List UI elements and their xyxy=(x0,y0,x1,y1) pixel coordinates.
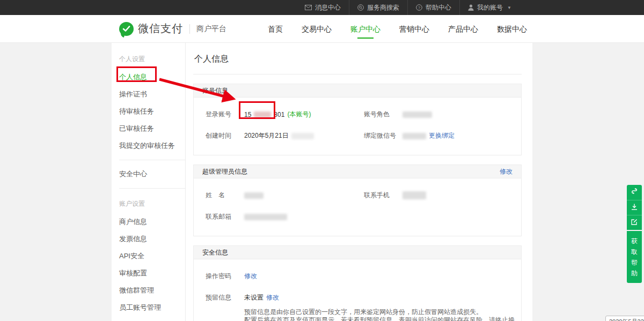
redacted-phone xyxy=(402,191,426,199)
help-icon: ? xyxy=(416,4,422,11)
sidebar-item-operation-certificate[interactable]: 操作证书 xyxy=(112,86,185,103)
topbar-item-label: 我的账号 xyxy=(477,3,503,12)
login-account-label: 登录账号 xyxy=(206,110,244,119)
sidebar-item-invoice-info[interactable]: 发票信息 xyxy=(112,230,185,248)
name-label: 姓 名 xyxy=(206,191,244,200)
site-header: 微信支付 商户平台 首页 交易中心 账户中心 营销中心 产品中心 数据中心 xyxy=(0,15,644,43)
sidebar-item-staff-account-management[interactable]: 员工账号管理 xyxy=(112,299,185,316)
brand-divider xyxy=(189,24,190,34)
get-help-button[interactable]: 获取帮助 xyxy=(627,231,642,283)
sidebar-item-merchant-info[interactable]: 商户信息 xyxy=(112,213,185,230)
redacted-name xyxy=(244,192,264,199)
redacted-account-role xyxy=(402,111,432,118)
note-line: 配置后将在首页及充值页面显示。若未看到预留信息，表明当前访问的网站存在风险，请终… xyxy=(244,316,521,321)
sidebar-item-security-center[interactable]: 安全中心 xyxy=(112,166,185,183)
contact-email-label: 联系邮箱 xyxy=(206,212,244,221)
feedback-button[interactable] xyxy=(627,215,642,230)
topbar-item-label: 帮助中心 xyxy=(426,3,451,12)
account-info-section: 账号信息 登录账号 15301 (本账号) 账号角色 xyxy=(193,84,522,155)
portal-name: 商户平台 xyxy=(196,24,226,34)
search-icon xyxy=(357,4,364,11)
user-icon xyxy=(468,4,474,11)
page-title: 个人信息 xyxy=(193,50,522,74)
redacted-login-middle xyxy=(254,111,271,118)
sidebar-item-pending-review-tasks[interactable]: 待审核任务 xyxy=(112,103,185,120)
main-content: 个人信息 账号信息 登录账号 15301 (本账号) 账号角色 xyxy=(186,43,532,321)
operation-password-label: 操作密码 xyxy=(206,272,244,281)
nav-marketing-center[interactable]: 营销中心 xyxy=(399,15,429,42)
service-shortcut-button[interactable] xyxy=(627,185,642,200)
sidebar-divider xyxy=(119,160,185,160)
create-time-value: 2020年5月21日 xyxy=(244,131,314,140)
nav-transaction-center[interactable]: 交易中心 xyxy=(302,15,332,42)
edit-password-link[interactable]: 修改 xyxy=(244,272,257,281)
message-center-menu[interactable]: 消息中心 xyxy=(297,0,349,15)
security-info-section-title: 安全信息 xyxy=(202,248,228,257)
sidebar-item-face-smart-device[interactable]: 刷脸智能设备 xyxy=(112,316,185,321)
account-info-section-title: 账号信息 xyxy=(202,86,228,95)
current-account-note: (本账号) xyxy=(287,110,311,119)
download-button[interactable] xyxy=(627,200,642,215)
nav-account-center[interactable]: 账户中心 xyxy=(350,15,380,42)
sidebar-item-reviewed-tasks[interactable]: 已审核任务 xyxy=(112,120,185,137)
sidebar-divider xyxy=(119,188,185,189)
sidebar-item-personal-info[interactable]: 个人信息 xyxy=(112,69,185,86)
bound-wechat-label: 绑定微信号 xyxy=(364,131,402,140)
nav-home[interactable]: 首页 xyxy=(268,15,283,42)
chevron-down-icon: ▼ xyxy=(507,5,511,10)
account-role-label: 账号角色 xyxy=(364,110,402,119)
date-tooltip: 2020年5月22日 xyxy=(605,316,644,321)
my-account-menu[interactable]: 我的账号 ▼ xyxy=(459,0,519,15)
edit-admin-link[interactable]: 修改 xyxy=(500,167,513,176)
sidebar-group-account-settings: 账户设置 xyxy=(112,194,185,213)
create-time-label: 创建时间 xyxy=(206,131,244,140)
sidebar-group-personal-settings: 个人设置 xyxy=(112,49,185,69)
brand-name: 微信支付 xyxy=(138,21,183,36)
wechat-pay-logo-icon xyxy=(119,22,134,36)
redacted-email xyxy=(244,214,287,220)
reserve-info-value: 未设置 xyxy=(244,293,264,302)
download-icon xyxy=(631,203,638,213)
edit-reserve-info-link[interactable]: 修改 xyxy=(266,293,279,302)
brand[interactable]: 微信支付 商户平台 xyxy=(112,21,226,36)
sidebar-item-wechat-group-management[interactable]: 微信群管理 xyxy=(112,282,185,299)
redacted-create-time xyxy=(291,133,314,139)
help-center-menu[interactable]: ? 帮助中心 xyxy=(407,0,459,15)
floating-toolbar: 获取帮助 xyxy=(627,185,642,283)
super-admin-section-title: 超级管理员信息 xyxy=(202,167,247,176)
reserve-info-notes: 预留信息是由你自己设置的一段文字，用来鉴定网站身份，防止假冒网站造成损失。 配置… xyxy=(244,308,521,321)
nav-product-center[interactable]: 产品中心 xyxy=(448,15,478,42)
sidebar: 个人设置 个人信息 操作证书 待审核任务 已审核任务 我提交的审核任务 安全中心… xyxy=(112,43,186,321)
top-utility-bar: 消息中心 服务商搜索 ? 帮助中心 我的账号 ▼ xyxy=(0,0,644,15)
topbar-item-label: 消息中心 xyxy=(315,3,341,12)
service-provider-search-menu[interactable]: 服务商搜索 xyxy=(349,0,407,15)
redacted-wechat-id xyxy=(402,133,426,139)
sidebar-item-api-security[interactable]: API安全 xyxy=(112,248,185,265)
svg-text:?: ? xyxy=(418,5,421,10)
security-info-section: 安全信息 操作密码 修改 预留信息 未设置 修改 xyxy=(193,245,522,321)
link-icon xyxy=(631,188,638,197)
contact-phone-label: 联系手机 xyxy=(364,191,402,200)
super-admin-section: 超级管理员信息 修改 姓 名 联系手机 联系邮箱 xyxy=(193,165,522,236)
note-line: 预留信息是由你自己设置的一段文字，用来鉴定网站身份，防止假冒网站造成损失。 xyxy=(244,308,521,316)
sidebar-item-my-submitted-review-tasks[interactable]: 我提交的审核任务 xyxy=(112,137,185,154)
primary-nav: 首页 交易中心 账户中心 营销中心 产品中心 数据中心 xyxy=(268,15,532,42)
sidebar-item-review-config[interactable]: 审核配置 xyxy=(112,265,185,282)
mail-icon xyxy=(305,5,312,10)
reserve-info-label: 预留信息 xyxy=(206,293,244,302)
topbar-item-label: 服务商搜索 xyxy=(367,3,399,12)
login-account-value: 15301 (本账号) xyxy=(244,110,311,119)
change-binding-link[interactable]: 更换绑定 xyxy=(429,131,455,140)
nav-data-center[interactable]: 数据中心 xyxy=(497,15,527,42)
edit-icon xyxy=(631,218,638,228)
page-container: 个人设置 个人信息 操作证书 待审核任务 已审核任务 我提交的审核任务 安全中心… xyxy=(112,43,532,321)
